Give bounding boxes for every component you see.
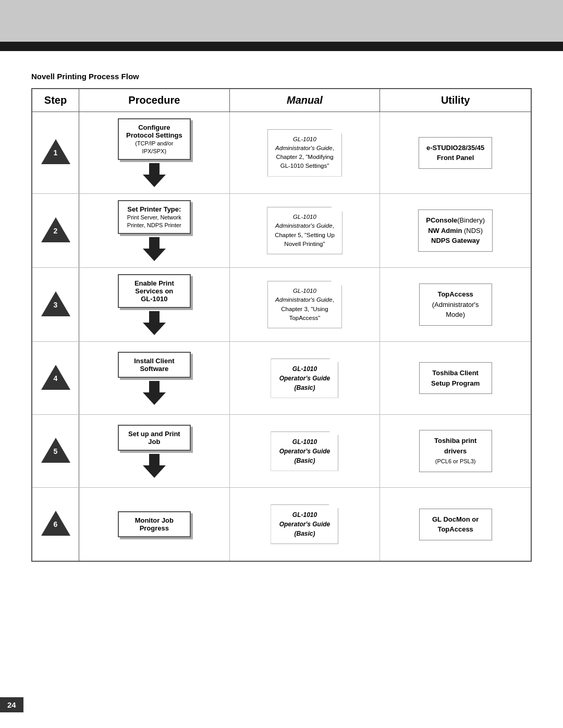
proc-box-4: Install ClientSoftware: [118, 352, 191, 378]
procedure-cell-4: Install ClientSoftware: [79, 342, 230, 414]
page-number: 24: [0, 697, 23, 712]
proc-box-5: Set up and PrintJob: [118, 425, 191, 451]
manual-text-4: GL-1010Operator's Guide(Basic): [279, 365, 331, 391]
proc-title-5: Set up and PrintJob: [128, 430, 180, 446]
step-num-5: 5: [50, 447, 62, 455]
step-num-3: 3: [50, 301, 62, 309]
proc-with-arrow-3: Enable PrintServices onGL-1010: [83, 274, 225, 335]
utility-box-5: Toshiba printdrivers(PCL6 or PSL3): [419, 430, 492, 472]
down-arrow-1: [143, 163, 166, 187]
procedure-cell-5: Set up and PrintJob: [79, 415, 230, 487]
col-header-manual: Manual: [230, 89, 381, 112]
utility-box-6: GL DocMon orTopAccess: [419, 509, 492, 540]
proc-box-wrap-5: Set up and PrintJob: [118, 425, 191, 451]
procedure-cell-1: ConfigureProtocol Settings (TCP/IP and/o…: [79, 112, 230, 193]
table-row: 4 Install ClientSoftware: [32, 342, 531, 415]
page-number-area: 24: [0, 697, 563, 712]
proc-title-2: Set Printer Type:: [127, 205, 181, 213]
step-cell-2: 2: [32, 194, 79, 267]
table-row: 3 Enable PrintServices onGL-1010: [32, 268, 531, 342]
step-cell-4: 4: [32, 342, 79, 414]
step-cell-1: 1: [32, 112, 79, 193]
proc-with-arrow-1: ConfigureProtocol Settings (TCP/IP and/o…: [83, 118, 225, 187]
proc-box-1: ConfigureProtocol Settings (TCP/IP and/o…: [118, 118, 191, 160]
proc-with-arrow-2: Set Printer Type: Print Server, NetworkP…: [83, 200, 225, 261]
arrow-head-1: [143, 175, 166, 187]
step-cell-3: 3: [32, 268, 79, 341]
proc-box-3: Enable PrintServices onGL-1010: [118, 274, 191, 308]
manual-cell-3: GL-1010 Administrator's Guide, Chapter 3…: [230, 268, 381, 341]
manual-cell-6: GL-1010Operator's Guide(Basic): [230, 488, 381, 561]
step-triangle-4: 4: [41, 365, 70, 390]
arrow-head-2: [143, 249, 166, 261]
step-triangle-1: 1: [41, 139, 70, 164]
section-title: Novell Printing Process Flow: [31, 72, 532, 81]
arrow-shaft-5: [149, 454, 160, 465]
utility-cell-5: Toshiba printdrivers(PCL6 or PSL3): [380, 415, 531, 487]
down-arrow-5: [143, 454, 166, 478]
utility-cell-2: PConsole(Bindery)NW Admin (NDS)NDPS Gate…: [380, 194, 531, 267]
arrow-shaft-2: [149, 237, 160, 249]
col-header-utility: Utility: [380, 89, 531, 112]
utility-box-3: TopAccess(Administrator'sMode): [419, 283, 492, 326]
flow-header-row: Step Procedure Manual Utility: [32, 89, 531, 112]
utility-text-3: TopAccess(Administrator'sMode): [432, 290, 479, 318]
arrow-shaft-1: [149, 163, 160, 175]
step-num-6: 6: [50, 520, 62, 528]
proc-box-wrap-2: Set Printer Type: Print Server, NetworkP…: [118, 200, 191, 234]
manual-cell-2: GL-1010 Administrator's Guide, Chapter 5…: [230, 194, 381, 267]
proc-box-2: Set Printer Type: Print Server, NetworkP…: [118, 200, 191, 234]
utility-text-2: PConsole(Bindery)NW Admin (NDS)NDPS Gate…: [426, 216, 485, 244]
proc-box-6: Monitor JobProgress: [118, 511, 191, 537]
arrow-head-3: [143, 323, 166, 335]
arrow-head-5: [143, 465, 166, 478]
utility-cell-4: Toshiba ClientSetup Program: [380, 342, 531, 414]
col-header-step: Step: [32, 89, 79, 112]
step-triangle-6: 6: [41, 511, 70, 536]
procedure-cell-6: Monitor JobProgress: [79, 488, 230, 561]
step-triangle-2: 2: [41, 217, 70, 242]
manual-notch-1: GL-1010 Administrator's Guide, Chapter 2…: [267, 129, 342, 177]
manual-notch-5: GL-1010Operator's Guide(Basic): [271, 431, 338, 471]
table-row: 1 ConfigureProtocol Settings (TCP/IP and…: [32, 112, 531, 194]
black-bar: [0, 42, 563, 51]
utility-text-4: Toshiba ClientSetup Program: [431, 369, 480, 387]
down-arrow-4: [143, 381, 166, 405]
utility-text-6: GL DocMon orTopAccess: [432, 515, 479, 534]
manual-notch-4: GL-1010Operator's Guide(Basic): [271, 359, 338, 398]
flow-container: Step Procedure Manual Utility 1 Configur…: [31, 88, 532, 562]
proc-title-4: Install ClientSoftware: [134, 357, 174, 373]
manual-notch-3: GL-1010 Administrator's Guide, Chapter 3…: [267, 281, 342, 328]
manual-notch-2: GL-1010 Administrator's Guide, Chapter 5…: [267, 207, 342, 254]
manual-notch-6: GL-1010Operator's Guide(Basic): [271, 504, 338, 544]
step-cell-5: 5: [32, 415, 79, 487]
manual-text-2: GL-1010 Administrator's Guide, Chapter 5…: [275, 214, 335, 247]
step-num-4: 4: [50, 374, 62, 382]
procedure-cell-3: Enable PrintServices onGL-1010: [79, 268, 230, 341]
proc-box-wrap-4: Install ClientSoftware: [118, 352, 191, 378]
proc-with-arrow-5: Set up and PrintJob: [83, 425, 225, 478]
down-arrow-3: [143, 311, 166, 335]
step-cell-6: 6: [32, 488, 79, 561]
col-header-procedure: Procedure: [79, 89, 230, 112]
proc-title-6: Monitor JobProgress: [135, 516, 174, 532]
proc-sub-2: Print Server, NetworkPrinter, NDPS Print…: [127, 214, 181, 228]
arrow-shaft-3: [149, 311, 160, 323]
utility-text-5: Toshiba printdrivers(PCL6 or PSL3): [434, 437, 476, 465]
table-row: 5 Set up and PrintJob: [32, 415, 531, 488]
step-triangle-3: 3: [41, 291, 70, 316]
arrow-head-4: [143, 392, 166, 405]
utility-text-1: e-STUDIO28/35/45Front Panel: [426, 144, 484, 162]
manual-text-3: GL-1010 Administrator's Guide, Chapter 3…: [275, 288, 334, 321]
utility-cell-3: TopAccess(Administrator'sMode): [380, 268, 531, 341]
proc-sub-1: (TCP/IP and/orIPX/SPX): [135, 140, 173, 154]
utility-cell-1: e-STUDIO28/35/45Front Panel: [380, 112, 531, 193]
manual-text-1: GL-1010 Administrator's Guide, Chapter 2…: [275, 136, 334, 169]
proc-box-wrap-1: ConfigureProtocol Settings (TCP/IP and/o…: [118, 118, 191, 160]
proc-box-wrap-3: Enable PrintServices onGL-1010: [118, 274, 191, 308]
utility-box-4: Toshiba ClientSetup Program: [419, 362, 492, 394]
manual-cell-1: GL-1010 Administrator's Guide, Chapter 2…: [230, 112, 381, 193]
top-header: [0, 0, 563, 42]
step-num-1: 1: [50, 149, 62, 157]
table-row: 2 Set Printer Type: Print Server, Networ…: [32, 194, 531, 268]
